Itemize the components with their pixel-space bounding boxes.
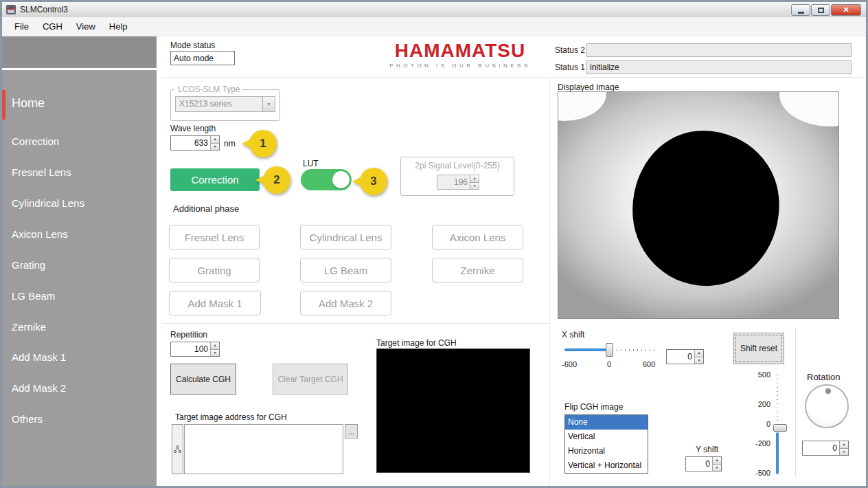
y-shift-spinner: ▲ ▼ [712, 457, 721, 471]
flip-cgh-listbox: None Vertical Horizontal Vertical + Hori… [564, 414, 648, 474]
y-shift-slider[interactable] [775, 375, 788, 474]
sidebar-item-correction[interactable]: Correction [12, 135, 59, 147]
flip-cgh-label: Flip CGH image [564, 402, 623, 412]
y-scale-neg500: -500 [750, 469, 770, 477]
callout-3: 3 [352, 168, 387, 195]
callout-2-number: 2 [263, 166, 290, 194]
lcos-slm-type-value: X15213 series [176, 97, 262, 111]
dropdown-arrow-icon[interactable]: ▼ [262, 97, 275, 111]
x-shift-input[interactable]: 0 ▲ ▼ [666, 349, 704, 364]
y-shift-input[interactable]: 0 ▲ ▼ [685, 456, 722, 472]
menu-cgh[interactable]: CGH [36, 19, 69, 34]
sidebar-item-add-mask-1[interactable]: Add Mask 1 [12, 351, 66, 363]
minimize-button[interactable] [791, 4, 810, 16]
sidebar-item-fresnel-lens[interactable]: Fresnel Lens [12, 166, 71, 178]
target-address-textarea[interactable] [184, 424, 343, 474]
target-address-label: Target image address for CGH [175, 412, 287, 422]
x-shift-slider[interactable] [564, 343, 656, 357]
x-shift-slider-thumb[interactable] [606, 343, 613, 357]
close-button[interactable]: ✕ [831, 4, 861, 16]
y-scale-neg200: -200 [750, 439, 770, 447]
browse-button[interactable]: ... [345, 424, 358, 439]
x-shift-value: 0 [667, 350, 694, 364]
spin-up-icon[interactable]: ▲ [211, 342, 219, 350]
repetition-value: 100 [171, 342, 210, 356]
menu-view[interactable]: View [69, 19, 102, 34]
spin-down-icon[interactable]: ▼ [211, 350, 219, 357]
spin-up-icon[interactable]: ▲ [840, 441, 848, 449]
y-shift-label: Y shift [696, 445, 718, 454]
sidebar-item-home[interactable]: Home [12, 96, 45, 111]
y-shift-slider-fill [776, 432, 779, 474]
signal-level-input: 196 ▲ ▼ [437, 175, 479, 190]
sidebar-item-add-mask-2[interactable]: Add Mask 2 [12, 382, 66, 394]
sidebar-item-zernike[interactable]: Zernike [12, 321, 46, 333]
hamamatsu-logo-text: HAMAMATSU [371, 41, 549, 60]
status2-field [586, 43, 852, 57]
x-shift-spinner: ▲ ▼ [694, 350, 703, 364]
sidebar-top-block [2, 36, 157, 70]
spin-up-icon[interactable]: ▲ [713, 457, 721, 465]
displayed-image-highlight [558, 91, 606, 121]
callout-2: 2 [255, 166, 290, 194]
spin-down-icon[interactable]: ▼ [695, 357, 703, 364]
shift-reset-button[interactable]: Shift reset [733, 333, 784, 364]
correction-button[interactable]: Correction [170, 168, 260, 191]
displayed-image-blob [627, 126, 784, 291]
callout-1-number: 1 [249, 130, 277, 157]
flip-option-vertical[interactable]: Vertical [565, 430, 648, 444]
address-handle[interactable] [172, 424, 183, 474]
close-icon: ✕ [843, 5, 849, 14]
rotation-value: 0 [803, 441, 839, 455]
mode-status-box: Auto mode [170, 51, 235, 65]
phase-button-add-mask-1[interactable]: Add Mask 1 [169, 291, 261, 315]
y-scale-200: 200 [750, 400, 770, 408]
phase-button-axicon-lens[interactable]: Axicon Lens [432, 225, 523, 249]
sidebar-item-cylindrical-lens[interactable]: Cylindrical Lens [12, 197, 84, 209]
repetition-spinner: ▲ ▼ [210, 342, 219, 356]
address-structure-icon [174, 445, 181, 453]
sidebar: Home Correction Fresnel Lens Cylindrical… [2, 36, 157, 486]
active-item-accent [2, 90, 5, 120]
spin-down-icon[interactable]: ▼ [840, 449, 848, 456]
hamamatsu-logo: HAMAMATSU PHOTON IS OUR BUSINESS [371, 41, 549, 69]
phase-button-zernike[interactable]: Zernike [432, 258, 523, 282]
lut-toggle-knob[interactable] [332, 171, 350, 188]
sidebar-item-grating[interactable]: Grating [12, 259, 45, 271]
menu-file[interactable]: File [8, 19, 36, 34]
lcos-slm-type-combo[interactable]: X15213 series ▼ [175, 96, 275, 112]
menu-help[interactable]: Help [102, 19, 135, 34]
x-shift-slider-ticks [613, 349, 656, 351]
sidebar-item-others[interactable]: Others [12, 413, 43, 425]
y-scale-0: 0 [750, 420, 770, 428]
flip-option-none[interactable]: None [565, 415, 648, 430]
wavelength-input[interactable]: 633 ▲ ▼ [170, 135, 220, 151]
rotation-separator [795, 329, 796, 476]
sidebar-item-axicon-lens[interactable]: Axicon Lens [12, 228, 68, 240]
header-separator [163, 77, 864, 78]
rotation-knob[interactable] [805, 384, 849, 428]
repetition-input[interactable]: 100 ▲ ▼ [170, 342, 220, 357]
spin-up-icon[interactable]: ▲ [211, 136, 219, 144]
y-shift-slider-thumb[interactable] [773, 424, 787, 432]
sidebar-item-lg-beam[interactable]: LG Beam [12, 290, 55, 302]
flip-option-vertical-horizontal[interactable]: Vertical + Horizontal [565, 458, 648, 473]
spin-down-icon[interactable]: ▼ [211, 144, 219, 151]
phase-button-fresnel-lens[interactable]: Fresnel Lens [169, 225, 260, 249]
title-bar[interactable]: SLMControl3 ✕ [2, 2, 866, 17]
calculate-cgh-button[interactable]: Calculate CGH [170, 364, 236, 395]
y-shift-value: 0 [686, 457, 712, 471]
phase-button-add-mask-2[interactable]: Add Mask 2 [300, 291, 391, 315]
lut-toggle[interactable] [301, 169, 352, 190]
phase-button-grating[interactable]: Grating [169, 258, 260, 282]
spin-up-icon[interactable]: ▲ [695, 350, 703, 357]
spin-down-icon[interactable]: ▼ [713, 465, 721, 472]
rotation-input[interactable]: 0 ▲ ▼ [802, 441, 849, 456]
phase-button-lg-beam[interactable]: LG Beam [300, 258, 391, 282]
slmcontrol3-window: SLMControl3 ✕ File CGH View Help Home Co… [0, 0, 868, 488]
signal-level-spinner: ▲ ▼ [470, 175, 479, 189]
displayed-image-label: Displayed Image [558, 82, 619, 92]
maximize-button[interactable] [811, 4, 830, 16]
flip-option-horizontal[interactable]: Horizontal [565, 444, 648, 458]
phase-button-cylindrical-lens[interactable]: Cylindrical Lens [300, 225, 391, 249]
